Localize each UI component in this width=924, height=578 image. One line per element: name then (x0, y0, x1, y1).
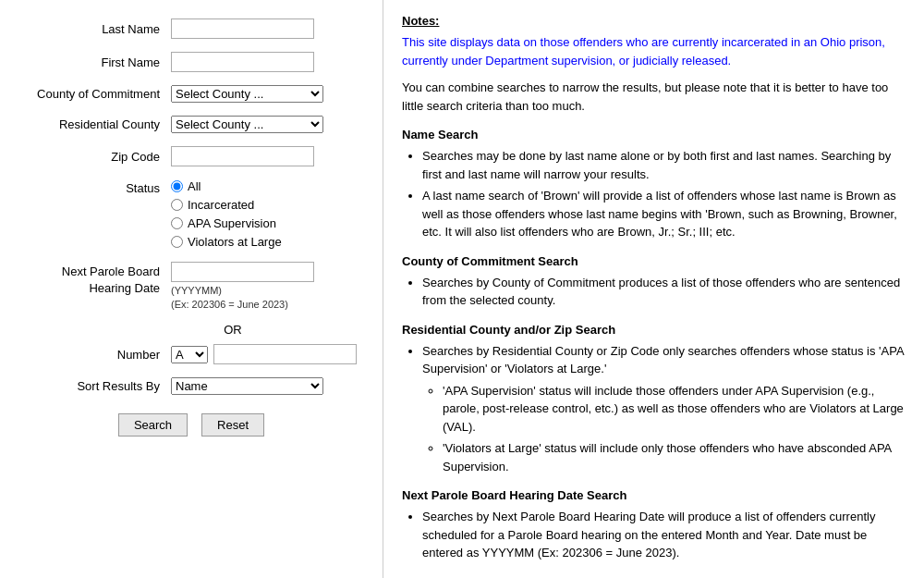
residential-sub-item-1: 'APA Supervision' status will include th… (443, 382, 906, 437)
zip-code-control (171, 146, 314, 166)
county-label: County of Commitm​ent (9, 87, 171, 101)
name-search-title: Name Search (402, 128, 906, 141)
status-all-label[interactable]: All (171, 179, 282, 193)
date-example: (Ex: 202306 = June 2023) (171, 299, 314, 310)
county-search-title: County of Commitment Search (402, 254, 906, 268)
status-incarcerated-text: Incarcerated (188, 198, 254, 212)
status-apa-text: APA Supervision (188, 216, 276, 230)
county-select[interactable]: Select County ... Adams Allen Ashland (171, 85, 323, 103)
sort-select[interactable]: Name Number Parole Date (171, 377, 323, 395)
number-label: Number (9, 348, 171, 362)
number-input[interactable] (213, 344, 357, 364)
county-control: Select County ... Adams Allen Ashland (171, 85, 323, 103)
status-all-radio[interactable] (171, 180, 183, 192)
zip-code-input[interactable] (171, 146, 314, 166)
county-search-list: Searches by County of Commitment produce… (402, 274, 906, 310)
notes-blue-text: This site displays data on those offende… (402, 33, 906, 69)
last-name-input[interactable] (171, 18, 314, 39)
name-search-list: Searches may be done by last name alone … (402, 147, 906, 241)
status-apa-radio[interactable] (171, 217, 183, 229)
last-name-label: Last Name (9, 22, 171, 36)
status-label: Status (9, 179, 171, 195)
last-name-control (171, 18, 314, 39)
reset-button[interactable]: Reset (201, 413, 264, 437)
first-name-control (171, 52, 314, 72)
zip-code-label: Zip Code (9, 150, 171, 164)
search-form: Last Name First Name County of Commitm​e… (0, 0, 383, 578)
name-search-item-2: A last name search of 'Brown' will provi… (422, 187, 906, 241)
status-group: All Incarcerated APA Supervision Violato… (171, 179, 282, 249)
number-control: A R W (171, 344, 357, 364)
notes-intro: You can combine searches to narrow the r… (402, 79, 906, 115)
first-name-label: First Name (9, 55, 171, 69)
residential-search-title: Residential County and/or Zip Search (402, 323, 906, 337)
zip-code-row: Zip Code (9, 146, 373, 166)
offender-number-title: Offender Number (402, 575, 906, 579)
search-button[interactable]: Search (118, 413, 188, 437)
residential-search-item-1: Searches by Residential County or Zip Co… (422, 342, 906, 476)
button-row: Search Reset (9, 413, 373, 437)
sort-control: Name Number Parole Date (171, 377, 323, 395)
status-incarcerated-radio[interactable] (171, 199, 183, 211)
county-search-item-1: Searches by County of Commitment produce… (422, 274, 906, 310)
last-name-row: Last Name (9, 18, 373, 39)
residential-county-select[interactable]: Select County ... Adams Allen Ashland (171, 116, 323, 133)
notes-title: Notes: (402, 14, 906, 28)
status-val-text: Violators at Large (188, 235, 282, 249)
date-hint: (YYYYMM) (171, 285, 314, 296)
number-row: Number A R W (9, 344, 373, 364)
parole-date-input[interactable] (171, 262, 314, 282)
or-separator: OR (9, 323, 373, 337)
parole-search-title: Next Parole Board Hearing Date Search (402, 488, 906, 502)
status-incarcerated-label[interactable]: Incarcerated (171, 198, 282, 212)
status-row: Status All Incarcerated APA Supervision … (9, 179, 373, 249)
parole-date-section: (YYYYMM) (Ex: 202306 = June 2023) (171, 262, 314, 310)
status-val-label[interactable]: Violators at Large (171, 235, 282, 249)
sort-row: Sort Results By Name Number Parole Date (9, 377, 373, 395)
residential-county-control: Select County ... Adams Allen Ashland (171, 116, 323, 133)
number-prefix-select[interactable]: A R W (171, 346, 208, 363)
residential-search-sub-list: 'APA Supervision' status will include th… (422, 382, 906, 476)
status-val-radio[interactable] (171, 236, 183, 248)
county-row: County of Commitm​ent Select County ... … (9, 85, 373, 103)
status-all-text: All (188, 179, 201, 193)
residential-search-list: Searches by Residential County or Zip Co… (402, 342, 906, 476)
residential-county-row: Residential County Select County ... Ada… (9, 116, 373, 133)
parole-date-row: Next Parole BoardHearing Date (YYYYMM) (… (9, 262, 373, 310)
residential-county-label: Residential County (9, 117, 171, 131)
parole-date-label: Next Parole BoardHearing Date (9, 262, 171, 297)
parole-search-list: Searches by Next Parole Board Hearing Da… (402, 508, 906, 562)
first-name-row: First Name (9, 52, 373, 72)
parole-search-item-1: Searches by Next Parole Board Hearing Da… (422, 508, 906, 562)
residential-sub-item-2: 'Violators at Large' status will include… (443, 439, 906, 475)
first-name-input[interactable] (171, 52, 314, 72)
name-search-item-1: Searches may be done by last name alone … (422, 147, 906, 183)
notes-panel: Notes: This site displays data on those … (383, 0, 924, 578)
status-apa-label[interactable]: APA Supervision (171, 216, 282, 230)
sort-label: Sort Results By (9, 379, 171, 393)
